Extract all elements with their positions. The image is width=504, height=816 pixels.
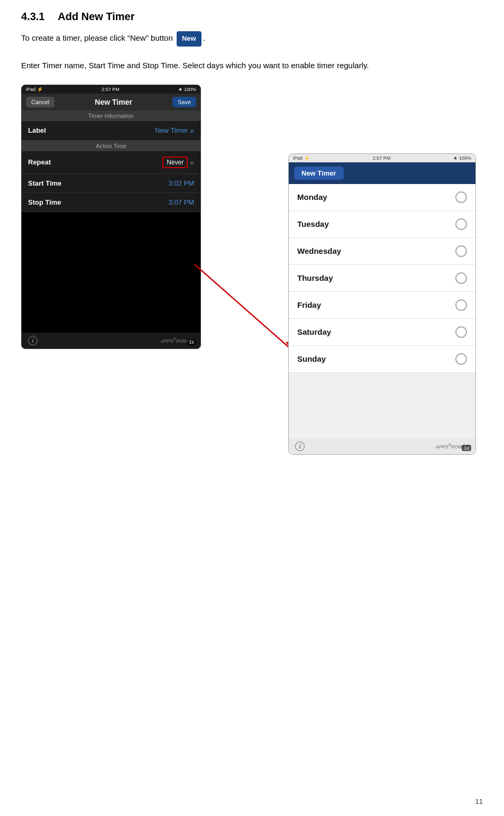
start-time-label: Start Time [28, 179, 61, 187]
start-time-value: 3:02 PM [169, 179, 194, 187]
day-sunday: Sunday [297, 354, 326, 363]
day-monday: Monday [297, 192, 327, 201]
label-value-text: New Timer [155, 126, 188, 134]
days-list: Monday Tuesday Wednesday Thursday Friday [289, 184, 475, 373]
radio-friday[interactable] [455, 299, 467, 311]
screenshots-container: iPad ⚡ 2:57 PM ★ 100% Cancel New Timer S… [21, 85, 476, 465]
repeat-row-value: Never » [162, 157, 194, 168]
day-row-saturday[interactable]: Saturday [289, 319, 475, 346]
radio-monday[interactable] [455, 191, 467, 203]
intro-text-1: To create a timer, please click “New” bu… [21, 33, 173, 42]
info-icon-right[interactable]: i [295, 442, 305, 451]
save-button[interactable]: Save [172, 97, 196, 107]
repeat-chevron-icon: » [190, 158, 194, 167]
label-row-value: New Timer » [155, 126, 194, 135]
status-right-text: ★ 100% [178, 87, 196, 92]
day-tuesday: Tuesday [297, 219, 329, 228]
footer-left: i APPS®POWER [22, 333, 200, 349]
info-icon[interactable]: i [28, 336, 38, 345]
day-row-thursday[interactable]: Thursday [289, 265, 475, 292]
radio-tuesday[interactable] [455, 218, 467, 230]
nav-bar-right: New Timer [289, 162, 475, 184]
section-title: 4.3.1 Add New Timer [21, 11, 483, 23]
intro-paragraph-1: To create a timer, please click “New” bu… [21, 31, 483, 47]
day-saturday: Saturday [297, 327, 331, 336]
radio-saturday[interactable] [455, 326, 467, 338]
status-right-center-text: 2:57 PM [373, 155, 391, 161]
timer-info-header: Timer Information [22, 111, 200, 121]
svg-line-0 [195, 264, 291, 349]
radio-wednesday[interactable] [455, 245, 467, 257]
day-row-tuesday[interactable]: Tuesday [289, 211, 475, 238]
repeat-row-label: Repeat [28, 158, 51, 166]
status-bar-left: iPad ⚡ 2:57 PM ★ 100% [22, 85, 200, 94]
stop-time-label: Stop Time [28, 198, 61, 206]
label-chevron-icon: » [190, 126, 194, 135]
radio-thursday[interactable] [455, 272, 467, 284]
page-number: 11 [475, 797, 483, 805]
zoom-badge-right: 1x [462, 445, 471, 451]
new-button-inline: New [177, 31, 201, 47]
day-row-friday[interactable]: Friday [289, 292, 475, 319]
day-row-sunday[interactable]: Sunday [289, 346, 475, 373]
screenshot-left: iPad ⚡ 2:57 PM ★ 100% Cancel New Timer S… [21, 85, 201, 349]
radio-sunday[interactable] [455, 353, 467, 365]
start-time-row[interactable]: Start Time 3:02 PM [22, 174, 200, 193]
nav-bar-left: Cancel New Timer Save [22, 94, 200, 111]
day-row-wednesday[interactable]: Wednesday [289, 238, 475, 265]
cancel-button[interactable]: Cancel [26, 97, 54, 107]
status-right-right-text: ★ 100% [453, 155, 471, 161]
nav-title-left: New Timer [95, 98, 132, 106]
status-left-text: iPad ⚡ [26, 87, 43, 92]
section-heading: Add New Timer [58, 11, 134, 22]
stop-time-value: 3:07 PM [169, 198, 194, 206]
label-row[interactable]: Label New Timer » [22, 121, 200, 141]
intro-paragraph-2: Enter Timer name, Start Time and Stop Ti… [21, 59, 483, 72]
status-right-left-text: iPad ⚡ [293, 155, 310, 161]
new-timer-nav-button[interactable]: New Timer [294, 167, 344, 180]
status-center-text: 2:57 PM [102, 87, 120, 92]
page-content: 4.3.1 Add New Timer To create a timer, p… [0, 0, 504, 497]
repeat-row[interactable]: Repeat Never » [22, 151, 200, 174]
screenshot-right: iPad ⚡ 2:57 PM ★ 100% New Timer Monday T… [288, 153, 476, 455]
status-bar-right: iPad ⚡ 2:57 PM ★ 100% [289, 154, 475, 162]
section-number: 4.3.1 [21, 11, 44, 22]
stop-time-row[interactable]: Stop Time 3:07 PM [22, 193, 200, 212]
zoom-badge-left: 1x [187, 339, 196, 345]
label-row-label: Label [28, 126, 46, 134]
footer-right: i APPS®POWER [289, 438, 475, 454]
day-row-monday[interactable]: Monday [289, 184, 475, 211]
day-thursday: Thursday [297, 273, 333, 282]
day-wednesday: Wednesday [297, 246, 341, 255]
day-friday: Friday [297, 300, 321, 309]
action-time-header: Action Time [22, 141, 200, 151]
never-badge: Never [162, 157, 188, 168]
